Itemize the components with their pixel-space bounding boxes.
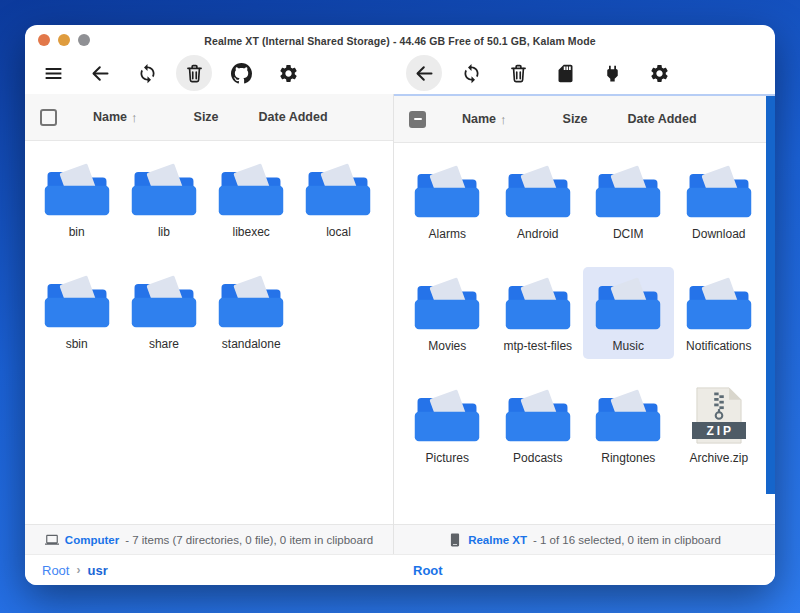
refresh-icon [461,63,482,84]
zoom-window-button[interactable] [78,34,90,46]
column-size[interactable]: Size [563,112,588,126]
local-file-grid: bin lib libexec local [25,141,393,524]
column-date-added[interactable]: Date Added [259,110,328,124]
github-icon [231,63,252,84]
folder-icon [593,275,663,332]
zip-file-icon: ZIP [691,387,747,444]
file-tile-lib[interactable]: lib [120,153,207,245]
device-delete-button[interactable] [500,55,536,91]
file-tile-movies[interactable]: Movies [402,267,493,359]
local-settings-button[interactable] [270,55,306,91]
breadcrumb-root[interactable]: Root [42,563,69,578]
file-tile-local[interactable]: local [295,153,382,245]
device-breadcrumb: Root [394,563,775,578]
column-date-added[interactable]: Date Added [628,112,697,126]
device-refresh-button[interactable] [453,55,489,91]
device-settings-button[interactable] [641,55,677,91]
file-name: bin [69,225,85,239]
file-tile-alarms[interactable]: Alarms [402,155,493,247]
menu-button[interactable] [35,55,71,91]
device-status-bar: Realme XT - 1 of 16 selected, 0 item in … [394,524,775,554]
file-tile-ringtones[interactable]: Ringtones [583,379,674,471]
trash-icon [508,63,529,84]
device-file-grid: Alarms Android DCIM Download [394,143,775,524]
device-toolbar [394,55,775,91]
folder-icon [129,273,199,330]
window-title: Realme XT (Internal Shared Storage) - 44… [204,35,595,47]
file-tile-share[interactable]: share [120,265,207,357]
back-icon [414,63,435,84]
local-refresh-button[interactable] [129,55,165,91]
local-column-header: Name ↑ Size Date Added [25,94,393,141]
file-name: standalone [222,337,281,351]
folder-icon [412,387,482,444]
folder-icon [503,387,573,444]
file-name: Download [692,227,745,241]
file-tile-dcim[interactable]: DCIM [583,155,674,247]
file-tile-podcasts[interactable]: Podcasts [493,379,584,471]
folder-icon [42,161,112,218]
breadcrumb-row: Root › usr Root [25,554,775,585]
file-name: lib [158,225,170,239]
file-tile-music-selected[interactable]: Music [583,267,674,359]
column-name[interactable]: Name ↑ [462,112,507,127]
device-pane: Name ↑ Size Date Added Alarms Android [394,94,775,554]
column-name-label: Name [462,112,496,126]
device-select-all-checkbox[interactable] [409,111,426,128]
file-tile-libexec[interactable]: libexec [208,153,295,245]
column-size[interactable]: Size [194,110,219,124]
folder-icon [129,161,199,218]
device-name-link[interactable]: Realme XT [468,534,527,546]
device-pane-scrollbar[interactable] [766,96,775,494]
file-name: Notifications [686,339,751,353]
file-name: DCIM [613,227,644,241]
folder-icon [593,387,663,444]
computer-icon [45,533,59,547]
folder-icon [503,163,573,220]
breadcrumb-current[interactable]: usr [87,563,107,578]
gear-icon [649,63,670,84]
file-tile-mtp-test-files[interactable]: mtp-test-files [493,267,584,359]
trash-icon [184,63,205,84]
local-delete-button[interactable] [176,55,212,91]
file-tile-notifications[interactable]: Notifications [674,267,765,359]
toolbar [25,52,775,94]
file-tile-standalone[interactable]: standalone [208,265,295,357]
file-name: Alarms [429,227,466,241]
title-bar: Realme XT (Internal Shared Storage) - 44… [25,25,775,52]
local-back-button[interactable] [82,55,118,91]
back-icon [90,63,111,84]
local-pane: Name ↑ Size Date Added bin lib [25,94,394,554]
device-column-header: Name ↑ Size Date Added [394,96,775,143]
dual-pane-area: Name ↑ Size Date Added bin lib [25,94,775,554]
column-name[interactable]: Name ↑ [93,110,138,125]
file-name: libexec [233,225,270,239]
file-tile-archive-zip[interactable]: ZIP Archive.zip [674,379,765,471]
file-tile-sbin[interactable]: sbin [33,265,120,357]
breadcrumb-root[interactable]: Root [413,563,443,578]
file-tile-android[interactable]: Android [493,155,584,247]
plug-icon [602,63,623,84]
minimize-window-button[interactable] [58,34,70,46]
local-breadcrumb: Root › usr [25,563,394,578]
storage-button[interactable] [547,55,583,91]
file-tile-pictures[interactable]: Pictures [402,379,493,471]
usb-plug-button[interactable] [594,55,630,91]
folder-icon [503,275,573,332]
local-select-all-checkbox[interactable] [40,109,57,126]
github-button[interactable] [223,55,259,91]
local-device-link[interactable]: Computer [65,534,119,546]
file-name: Archive.zip [689,451,748,465]
close-window-button[interactable] [38,34,50,46]
file-tile-download[interactable]: Download [674,155,765,247]
local-status-bar: Computer - 7 items (7 directories, 0 fil… [25,524,393,554]
file-name: share [149,337,179,351]
file-tile-bin[interactable]: bin [33,153,120,245]
device-back-button[interactable] [406,55,442,91]
file-name: mtp-test-files [503,339,572,353]
file-name: Android [517,227,558,241]
zip-badge: ZIP [692,422,746,439]
file-name: Music [613,339,644,353]
file-name: local [326,225,351,239]
local-toolbar [25,55,394,91]
